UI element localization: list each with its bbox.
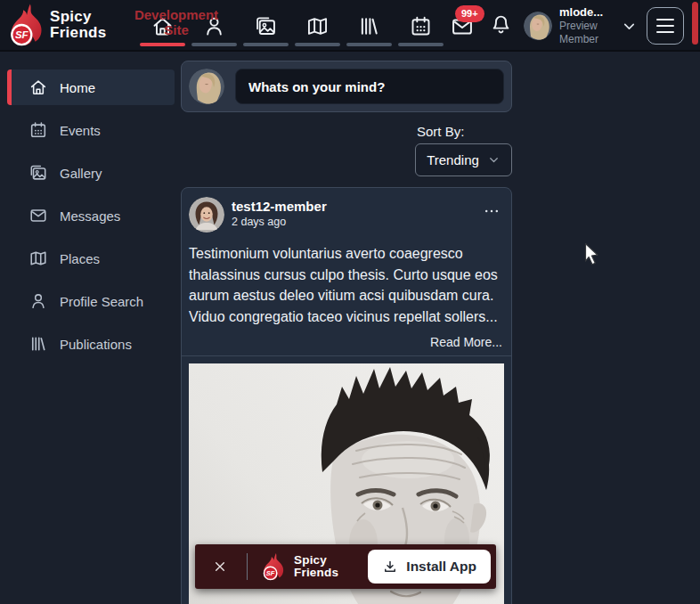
sidebar-item-label: Publications xyxy=(60,337,132,352)
tab-indicator xyxy=(191,43,237,46)
feed-post-card: test12-member 2 days ago Testimonium vol… xyxy=(181,187,512,604)
post-author-name[interactable]: test12-member xyxy=(232,199,327,215)
nav-tab-gallery[interactable] xyxy=(240,0,291,52)
post-header: test12-member 2 days ago xyxy=(182,188,511,236)
close-icon xyxy=(213,559,227,574)
mouse-cursor xyxy=(582,242,602,269)
places-map-icon xyxy=(28,249,48,268)
messages-count-badge: 99+ xyxy=(455,5,484,22)
sort-dropdown-value: Trending xyxy=(427,152,479,167)
chevron-down-icon xyxy=(621,18,638,35)
composer-input[interactable] xyxy=(235,69,504,104)
sidebar-item-profile-search[interactable]: Profile Search xyxy=(7,283,175,319)
user-role-line2: Member xyxy=(559,33,618,46)
sidebar-item-label: Gallery xyxy=(60,166,102,181)
download-icon xyxy=(382,559,398,575)
profile-search-icon xyxy=(202,14,226,38)
nav-tab-places[interactable] xyxy=(291,0,343,52)
post-meta: test12-member 2 days ago xyxy=(232,197,327,229)
tab-indicator xyxy=(398,43,444,46)
active-tab-indicator xyxy=(140,43,185,46)
install-app-button[interactable]: Install App xyxy=(368,550,491,584)
nav-tab-events[interactable] xyxy=(395,0,446,52)
sidebar-item-label: Places xyxy=(60,251,100,266)
user-menu[interactable]: mlode... Preview Member xyxy=(559,5,618,46)
post-timestamp: 2 days ago xyxy=(232,215,327,229)
banner-brand-name: Spicy Friends xyxy=(294,554,338,579)
tab-indicator xyxy=(346,43,392,46)
tab-indicator xyxy=(295,43,340,46)
bell-icon xyxy=(489,12,513,37)
left-sidebar: Home Events Gallery Messages Places Prof… xyxy=(0,52,178,604)
top-navbar: Spicy Friends Development Site xyxy=(0,0,700,52)
publications-icon xyxy=(28,334,48,354)
sidebar-item-gallery[interactable]: Gallery xyxy=(7,155,175,191)
sidebar-item-places[interactable]: Places xyxy=(7,241,175,276)
sort-dropdown[interactable]: Trending xyxy=(415,143,512,176)
sidebar-item-label: Events xyxy=(60,123,101,138)
brand-line1: Spicy xyxy=(50,9,107,25)
install-app-label: Install App xyxy=(406,559,476,575)
ellipsis-icon xyxy=(483,202,501,220)
profile-search-icon xyxy=(28,291,48,311)
events-calendar-icon xyxy=(28,120,48,140)
user-role-line1: Preview xyxy=(559,20,618,33)
post-options-button[interactable] xyxy=(483,202,501,220)
post-divider xyxy=(182,355,511,356)
user-name: mlode... xyxy=(559,5,618,20)
hamburger-icon xyxy=(656,19,674,21)
composer-user-avatar[interactable] xyxy=(189,69,224,104)
notifications-button[interactable] xyxy=(489,12,513,37)
primary-nav-tabs xyxy=(136,0,446,52)
sort-by-label: Sort By: xyxy=(417,124,512,139)
nav-tab-home[interactable] xyxy=(136,0,188,52)
sidebar-item-messages[interactable]: Messages xyxy=(7,198,175,233)
post-composer-card xyxy=(181,61,512,112)
vertical-scrollbar-thumb[interactable] xyxy=(692,2,698,45)
post-author-avatar[interactable] xyxy=(189,197,224,233)
sidebar-item-label: Home xyxy=(60,80,95,95)
read-more-link[interactable]: Read More... xyxy=(182,327,511,355)
sidebar-item-label: Profile Search xyxy=(60,294,143,309)
user-menu-chevron[interactable] xyxy=(621,18,638,35)
messages-mail-icon xyxy=(28,206,48,225)
app-brand-name[interactable]: Spicy Friends xyxy=(50,9,107,41)
sidebar-item-publications[interactable]: Publications xyxy=(7,326,175,362)
nav-tab-profile-search[interactable] xyxy=(188,0,240,52)
places-map-icon xyxy=(305,14,330,38)
sidebar-item-home[interactable]: Home xyxy=(7,69,175,105)
sidebar-item-label: Messages xyxy=(60,208,120,224)
gallery-icon xyxy=(254,14,278,38)
publications-icon xyxy=(357,14,381,38)
sidebar-item-events[interactable]: Events xyxy=(7,112,175,148)
hamburger-menu-button[interactable] xyxy=(647,7,684,45)
events-calendar-icon xyxy=(409,14,433,38)
feed-sort-area: Sort By: Trending xyxy=(181,124,512,176)
app-logo-flame-icon[interactable] xyxy=(7,3,48,48)
banner-close-button[interactable] xyxy=(213,559,227,574)
install-app-banner: Spicy Friends Install App xyxy=(195,544,496,589)
nav-tab-publications[interactable] xyxy=(343,0,395,52)
brand-line2: Friends xyxy=(50,25,107,41)
post-body-text: Testimonium voluntarius averto coaegresc… xyxy=(182,236,511,327)
current-user-avatar[interactable] xyxy=(524,12,552,40)
banner-divider xyxy=(247,553,248,580)
tab-indicator xyxy=(243,43,289,46)
banner-flame-logo-icon xyxy=(261,552,288,582)
chevron-down-icon xyxy=(487,153,501,167)
home-icon xyxy=(151,14,175,38)
home-icon xyxy=(28,78,48,97)
gallery-icon xyxy=(28,163,48,183)
